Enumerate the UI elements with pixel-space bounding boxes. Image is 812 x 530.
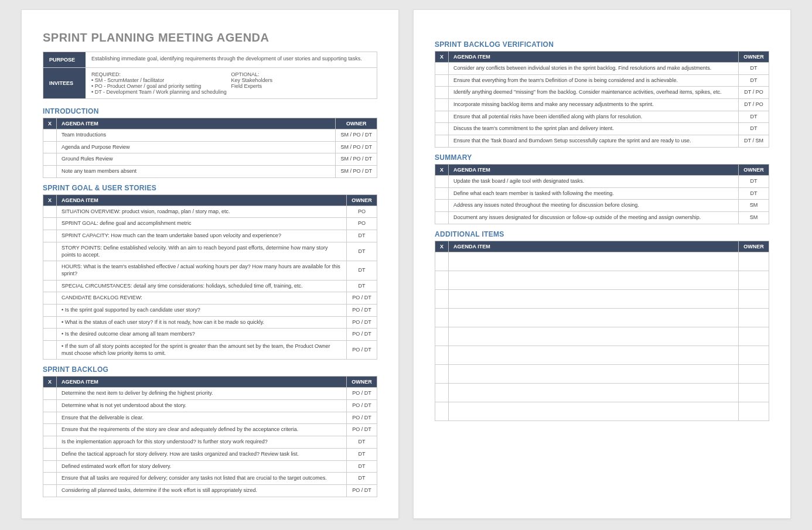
cell-x[interactable]	[435, 135, 449, 148]
cell-owner: DT / PO	[739, 87, 769, 99]
cell-owner[interactable]	[739, 327, 769, 346]
cell-item: Define the tactical approach for story d…	[57, 448, 347, 460]
cell-item: Ensure that the deliverable is clear.	[57, 412, 347, 424]
cell-x[interactable]	[43, 242, 57, 261]
cell-item: Is the implementation approach for this …	[57, 436, 347, 449]
cell-x[interactable]	[43, 484, 57, 497]
col-x: X	[43, 118, 57, 129]
cell-owner[interactable]	[739, 383, 769, 402]
cell-x[interactable]	[435, 402, 449, 420]
meta-row-invitees: INVITEES REQUIRED: SM - ScrumMaster / fa…	[43, 68, 377, 98]
cell-owner: PO / DT	[347, 304, 377, 316]
cell-owner[interactable]	[739, 308, 769, 327]
cell-owner: SM	[739, 200, 769, 212]
cell-x[interactable]	[435, 211, 449, 224]
cell-x[interactable]	[43, 448, 57, 460]
section-additional: ADDITIONAL ITEMS	[435, 230, 769, 238]
cell-owner: DT	[347, 261, 377, 280]
cell-x[interactable]	[43, 261, 57, 280]
table-row: • If the sum of all story points accepte…	[43, 341, 377, 360]
cell-x[interactable]	[43, 166, 57, 178]
cell-x[interactable]	[435, 187, 449, 200]
cell-x[interactable]	[43, 280, 57, 292]
cell-owner[interactable]	[739, 346, 769, 364]
optional-list: Key StakeholdersField Experts	[231, 77, 371, 89]
cell-x[interactable]	[43, 304, 57, 316]
cell-owner: PO / DT	[347, 484, 377, 497]
cell-x[interactable]	[43, 460, 57, 473]
table-row	[435, 327, 769, 346]
cell-item[interactable]	[449, 402, 739, 420]
cell-owner: PO / DT	[347, 341, 377, 360]
cell-x[interactable]	[43, 341, 57, 360]
cell-x[interactable]	[43, 206, 57, 218]
cell-x[interactable]	[435, 111, 449, 123]
table-row: Team IntroductionsSM / PO / DT	[43, 129, 377, 142]
cell-owner[interactable]	[739, 252, 769, 271]
cell-owner[interactable]	[739, 289, 769, 308]
cell-owner: DT	[347, 242, 377, 261]
meta-box: PURPOSE Establishing immediate goal, ide…	[43, 52, 377, 99]
table-row: Update the task board / agile tool with …	[435, 175, 769, 187]
cell-x[interactable]	[43, 473, 57, 485]
cell-x[interactable]	[43, 230, 57, 242]
cell-x[interactable]	[435, 327, 449, 346]
cell-item[interactable]	[449, 383, 739, 402]
cell-item[interactable]	[449, 364, 739, 383]
cell-owner: DT	[739, 74, 769, 87]
cell-x[interactable]	[435, 346, 449, 364]
cell-x[interactable]	[43, 153, 57, 166]
table-row: • Is the sprint goal supported by each c…	[43, 304, 377, 316]
cell-x[interactable]	[43, 218, 57, 230]
cell-x[interactable]	[43, 292, 57, 305]
cell-x[interactable]	[435, 308, 449, 327]
section-introduction: INTRODUCTION	[43, 107, 377, 115]
table-row: Determine what is not yet understood abo…	[43, 400, 377, 412]
table-row	[435, 289, 769, 308]
cell-item[interactable]	[449, 346, 739, 364]
cell-x[interactable]	[435, 99, 449, 111]
cell-item: • Is the desired outcome clear among all…	[57, 329, 347, 341]
cell-x[interactable]	[435, 175, 449, 187]
cell-x[interactable]	[435, 271, 449, 289]
cell-item[interactable]	[449, 327, 739, 346]
table-row: Ensure that everything from the team's D…	[435, 74, 769, 87]
cell-x[interactable]	[43, 400, 57, 412]
cell-x[interactable]	[435, 364, 449, 383]
table-verification: XAGENDA ITEMOWNERConsider any conflicts …	[435, 51, 769, 148]
col-owner: OWNER	[739, 241, 769, 252]
table-row	[435, 383, 769, 402]
cell-owner[interactable]	[739, 402, 769, 420]
cell-item[interactable]	[449, 252, 739, 271]
cell-x[interactable]	[43, 412, 57, 424]
cell-x[interactable]	[43, 316, 57, 329]
cell-x[interactable]	[43, 424, 57, 436]
cell-x[interactable]	[43, 436, 57, 449]
cell-owner: SM	[739, 211, 769, 224]
cell-x[interactable]	[435, 289, 449, 308]
cell-x[interactable]	[43, 141, 57, 153]
cell-x[interactable]	[435, 383, 449, 402]
cell-x[interactable]	[435, 200, 449, 212]
cell-x[interactable]	[43, 129, 57, 142]
cell-x[interactable]	[435, 74, 449, 87]
cell-item: Ground Rules Review	[57, 153, 336, 166]
cell-item[interactable]	[449, 289, 739, 308]
cell-x[interactable]	[435, 252, 449, 271]
cell-owner[interactable]	[739, 271, 769, 289]
cell-item: Agenda and Purpose Review	[57, 141, 336, 153]
cell-owner: PO / DT	[347, 424, 377, 436]
cell-item[interactable]	[449, 308, 739, 327]
table-summary: XAGENDA ITEMOWNERUpdate the task board /…	[435, 164, 769, 224]
cell-item[interactable]	[449, 271, 739, 289]
section-backlog: SPRINT BACKLOG	[43, 365, 377, 374]
cell-x[interactable]	[43, 388, 57, 400]
cell-item: SPRINT CAPACITY: How much can the team u…	[57, 230, 347, 242]
page-1: SPRINT PLANNING MEETING AGENDA PURPOSE E…	[21, 9, 399, 519]
cell-x[interactable]	[435, 63, 449, 75]
cell-x[interactable]	[43, 329, 57, 341]
cell-owner[interactable]	[739, 364, 769, 383]
cell-x[interactable]	[435, 87, 449, 99]
col-item: AGENDA ITEM	[449, 164, 739, 175]
cell-x[interactable]	[435, 123, 449, 135]
